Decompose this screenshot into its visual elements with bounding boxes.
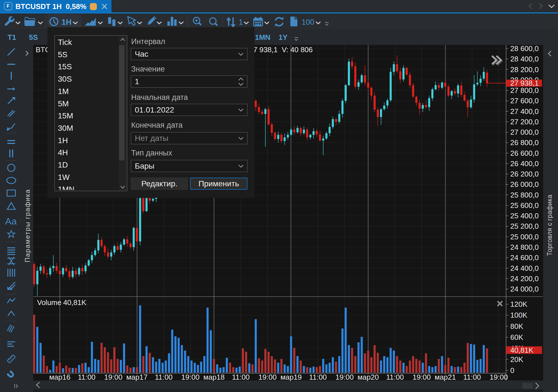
svg-text:7 938,1 V: 40 806: 7 938,1 V: 40 806 xyxy=(253,45,313,54)
svg-text:24 800,0: 24 800,0 xyxy=(510,243,539,251)
svg-text:19:00: 19:00 xyxy=(413,373,431,381)
svg-text:11:00: 11:00 xyxy=(463,373,481,381)
svg-text:27 938,1: 27 938,1 xyxy=(510,79,539,87)
svg-text:0: 0 xyxy=(510,366,514,375)
svg-text:24 200,0: 24 200,0 xyxy=(510,274,539,283)
svg-text:11:00: 11:00 xyxy=(309,373,327,381)
svg-text:20K: 20K xyxy=(510,355,523,364)
svg-text:25 400,0: 25 400,0 xyxy=(510,212,539,220)
svg-text:25 600,0: 25 600,0 xyxy=(510,201,539,210)
svg-text:19:00: 19:00 xyxy=(104,373,122,381)
svg-text:11:00: 11:00 xyxy=(155,373,172,381)
svg-text:19:00: 19:00 xyxy=(181,373,199,381)
svg-text:25 000,0: 25 000,0 xyxy=(510,233,539,241)
svg-text:28 400,0: 28 400,0 xyxy=(510,55,539,63)
svg-text:26 800,0: 26 800,0 xyxy=(510,138,539,147)
svg-text:1H: 1H xyxy=(62,18,72,26)
svg-text:мар17: мар17 xyxy=(126,373,148,381)
svg-text:24 600,0: 24 600,0 xyxy=(510,253,539,262)
svg-text:26 000,0: 26 000,0 xyxy=(510,180,539,189)
svg-text:40,81K: 40,81K xyxy=(63,298,86,307)
svg-text:мар19: мар19 xyxy=(281,373,302,381)
svg-text:26 400,0: 26 400,0 xyxy=(510,159,539,168)
svg-text:25 200,0: 25 200,0 xyxy=(510,222,539,230)
svg-text:24 400,0: 24 400,0 xyxy=(510,264,539,272)
svg-text:11:00: 11:00 xyxy=(232,373,250,381)
svg-text:27 000,0: 27 000,0 xyxy=(510,128,539,136)
svg-text:мар18: мар18 xyxy=(203,373,225,381)
svg-text:мар20: мар20 xyxy=(357,373,379,381)
svg-text:24 000,0: 24 000,0 xyxy=(510,285,539,293)
svg-text:мар21: мар21 xyxy=(435,373,456,381)
svg-text:11:00: 11:00 xyxy=(386,373,404,381)
svg-text:28 600,0: 28 600,0 xyxy=(510,45,539,53)
svg-text:27 200,0: 27 200,0 xyxy=(510,118,539,126)
svg-text:27 400,0: 27 400,0 xyxy=(510,107,539,116)
svg-text:60K: 60K xyxy=(510,333,523,341)
svg-text:1: 1 xyxy=(239,18,243,26)
svg-text:27 800,0: 27 800,0 xyxy=(510,86,539,95)
svg-text:26 600,0: 26 600,0 xyxy=(510,149,539,157)
svg-text:Aa: Aa xyxy=(5,216,17,226)
svg-text:25 800,0: 25 800,0 xyxy=(510,191,539,199)
svg-text:80K: 80K xyxy=(510,322,523,331)
svg-text:19:00: 19:00 xyxy=(335,373,354,381)
svg-text:120K: 120K xyxy=(510,300,527,308)
svg-text:11:00: 11:00 xyxy=(78,373,95,381)
svg-text:100K: 100K xyxy=(510,311,527,319)
svg-text:40,81K: 40,81K xyxy=(510,346,534,354)
svg-text:100: 100 xyxy=(302,18,314,26)
svg-text:Volume: Volume xyxy=(37,298,62,307)
svg-text:27 600,0: 27 600,0 xyxy=(510,97,539,105)
svg-text:19:00: 19:00 xyxy=(489,373,508,381)
svg-text:26 200,0: 26 200,0 xyxy=(510,170,539,178)
svg-text:28 200,0: 28 200,0 xyxy=(510,65,539,74)
svg-text:мар16: мар16 xyxy=(49,373,70,381)
svg-text:19:00: 19:00 xyxy=(258,373,277,381)
